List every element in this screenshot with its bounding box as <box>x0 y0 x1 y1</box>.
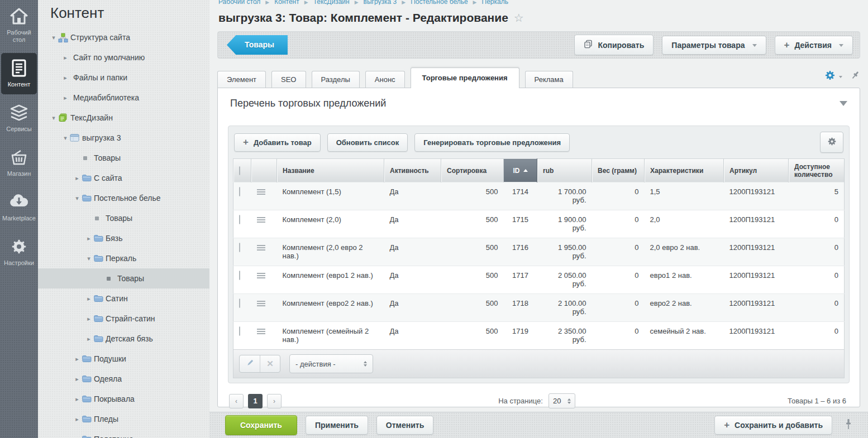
tree-item[interactable]: ▾ТексДизайн <box>38 108 209 128</box>
row-checkbox[interactable] <box>239 187 240 196</box>
tree-item[interactable]: ▸Бязь <box>38 228 209 248</box>
column-header-id-sorted[interactable]: ID <box>504 159 537 182</box>
breadcrumb-item[interactable]: Перкаль <box>482 0 508 5</box>
tree-expand-closed-icon[interactable]: ▸ <box>84 235 93 242</box>
drag-handle-icon[interactable] <box>257 271 265 278</box>
tree-item[interactable]: ▾Структура сайта <box>38 27 209 47</box>
form-settings-gear-icon[interactable] <box>824 70 836 83</box>
generate-offers-button[interactable]: Генерировать торговые предложения <box>414 133 570 152</box>
breadcrumb-item[interactable]: ТексДизайн <box>313 0 350 5</box>
gear-dropdown-caret-icon[interactable] <box>839 76 842 80</box>
tree-item[interactable]: ▸Подушки <box>38 349 209 369</box>
tree-item[interactable]: ▾выгрузка 3 <box>38 128 209 148</box>
pin-bar-icon[interactable] <box>845 418 852 432</box>
tree-item[interactable]: ▾Перкаль <box>38 248 209 268</box>
refresh-list-button[interactable]: Обновить список <box>327 133 408 152</box>
column-header[interactable]: Артикул <box>724 159 789 182</box>
tree-expand-closed-icon[interactable]: ▸ <box>61 74 70 81</box>
rail-item-settings[interactable]: Настройки <box>1 232 37 273</box>
breadcrumb-item[interactable]: Контент <box>274 0 299 5</box>
column-header[interactable]: Вес (грамм) <box>592 159 645 182</box>
tree-item[interactable]: ▾Постельное белье <box>38 188 209 208</box>
section-collapse-icon[interactable] <box>840 101 847 110</box>
copy-button[interactable]: Копировать <box>574 35 654 55</box>
prev-page-button[interactable]: ‹ <box>229 394 244 408</box>
column-header[interactable]: Активность <box>384 159 441 182</box>
breadcrumb-item[interactable]: Рабочий стол <box>218 0 260 5</box>
drag-handle-icon[interactable] <box>257 215 265 223</box>
favorite-star-icon[interactable]: ☆ <box>514 11 524 25</box>
apply-button[interactable]: Применить <box>306 416 368 435</box>
tree-expand-closed-icon[interactable]: ▸ <box>61 54 70 61</box>
tree-item[interactable]: Товары <box>38 268 209 288</box>
tree-expand-open-icon[interactable]: ▾ <box>61 134 70 142</box>
save-button[interactable]: Сохранить <box>225 415 297 435</box>
tree-item[interactable]: ▸Одеяла <box>38 369 209 389</box>
rail-item-desktop[interactable]: Рабочий стол <box>1 1 37 50</box>
tab-реклама[interactable]: Реклама <box>525 71 573 88</box>
cancel-button[interactable]: Отменить <box>376 416 433 435</box>
column-header[interactable]: Характеристики <box>645 159 724 182</box>
tree-expand-closed-icon[interactable]: ▸ <box>73 175 82 182</box>
column-header[interactable]: rub <box>537 159 592 182</box>
delete-selected-button[interactable]: ✕ <box>260 355 280 372</box>
tree-expand-closed-icon[interactable]: ▸ <box>73 355 82 363</box>
group-actions-select[interactable]: - действия - <box>289 354 373 373</box>
tree-item[interactable]: ▸Сайт по умолчанию <box>38 47 209 68</box>
tree-expand-closed-icon[interactable]: ▸ <box>73 416 82 423</box>
drag-handle-icon[interactable] <box>257 243 265 251</box>
drag-handle-icon[interactable] <box>257 299 265 306</box>
tree-expand-closed-icon[interactable]: ▸ <box>84 315 93 323</box>
select-all-checkbox[interactable] <box>239 166 240 175</box>
current-page-button[interactable]: 1 <box>248 394 263 408</box>
tab-торговые-предложения[interactable]: Торговые предложения <box>411 68 519 88</box>
tab-анонс[interactable]: Анонс <box>365 71 405 88</box>
tree-item[interactable]: ▸Страйп-сатин <box>38 309 209 329</box>
tree-item[interactable]: ▸Полотенца <box>38 429 209 438</box>
rail-item-marketplace[interactable]: Marketplace <box>1 187 37 228</box>
add-product-button[interactable]: +Добавить товар <box>234 133 321 152</box>
row-checkbox[interactable] <box>239 271 240 280</box>
tree-expand-open-icon[interactable]: ▾ <box>49 34 58 41</box>
tree-item[interactable]: Товары <box>38 208 209 228</box>
tree-item[interactable]: Товары <box>38 148 209 168</box>
edit-selected-button[interactable] <box>240 355 260 372</box>
tree-expand-closed-icon[interactable]: ▸ <box>73 376 82 383</box>
grid-settings-button[interactable] <box>820 132 843 153</box>
actions-button[interactable]: + Действия <box>775 36 853 55</box>
product-params-button[interactable]: Параметры товара <box>662 36 766 55</box>
back-to-products-button[interactable]: Товары <box>227 35 288 55</box>
tree-expand-open-icon[interactable]: ▾ <box>49 114 58 122</box>
pin-form-icon[interactable] <box>850 70 860 83</box>
row-checkbox[interactable] <box>239 215 240 224</box>
next-page-button[interactable]: › <box>267 394 282 408</box>
tree-item[interactable]: ▸Медиабиблиотека <box>38 88 209 108</box>
tab-элемент[interactable]: Элемент <box>217 71 266 88</box>
column-header[interactable]: Доступное количество <box>789 159 845 182</box>
tree-expand-closed-icon[interactable]: ▸ <box>73 436 82 438</box>
tree-item[interactable]: ▸Пледы <box>38 409 209 429</box>
drag-handle-icon[interactable] <box>257 187 265 195</box>
row-checkbox[interactable] <box>239 299 240 308</box>
rail-item-services[interactable]: Сервисы <box>1 98 37 139</box>
rail-item-shop[interactable]: Магазин <box>1 142 37 184</box>
breadcrumb-item[interactable]: Постельное белье <box>411 0 468 5</box>
row-checkbox[interactable] <box>239 326 240 336</box>
tree-expand-open-icon[interactable]: ▾ <box>84 255 93 262</box>
tree-item[interactable]: ▸Детская бязь <box>38 329 209 349</box>
tree-expand-closed-icon[interactable]: ▸ <box>61 94 70 102</box>
per-page-select[interactable]: 20 <box>549 393 575 408</box>
tree-item[interactable]: ▸Покрывала <box>38 389 209 409</box>
save-and-add-button[interactable]: + Сохранить и добавить <box>714 416 832 435</box>
tree-item[interactable]: ▸Сатин <box>38 288 209 309</box>
tab-разделы[interactable]: Разделы <box>312 71 360 88</box>
tree-item[interactable]: ▸Файлы и папки <box>38 68 209 88</box>
drag-handle-icon[interactable] <box>257 327 265 334</box>
column-header[interactable]: Название <box>277 159 384 182</box>
rail-item-content[interactable]: Контент <box>1 53 37 94</box>
tree-item[interactable]: ▸С сайта <box>38 168 209 188</box>
tree-expand-closed-icon[interactable]: ▸ <box>84 295 93 302</box>
tree-expand-open-icon[interactable]: ▾ <box>73 195 82 202</box>
row-checkbox[interactable] <box>239 243 240 252</box>
tab-seo[interactable]: SEO <box>271 71 306 88</box>
